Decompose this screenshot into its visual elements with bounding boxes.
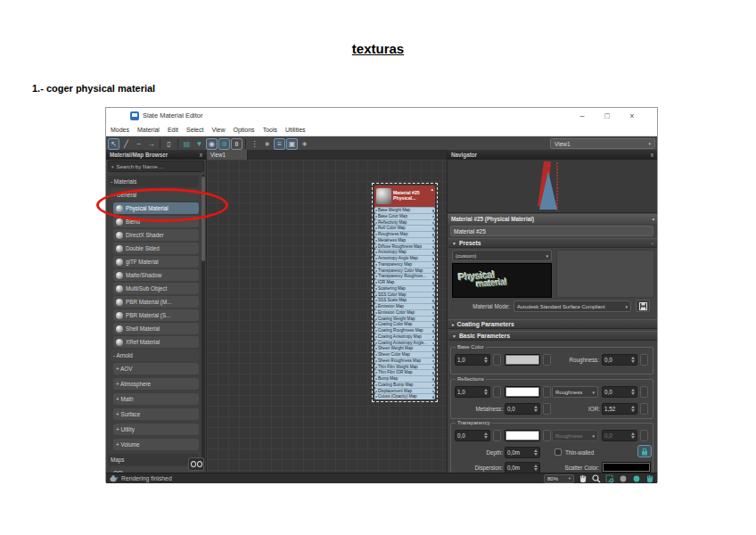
material-by-selection-icon[interactable]: ≡ <box>274 138 285 150</box>
depth-spinner[interactable]: 0,0m <box>505 447 540 458</box>
layout-all-icon[interactable]: ∗ <box>261 138 273 150</box>
node-slot[interactable]: Base Weight Map <box>374 207 435 213</box>
browser-item-matte-shadow[interactable]: Matte/Shadow <box>113 269 199 281</box>
close-button[interactable]: × <box>627 111 637 120</box>
material-preview-icon[interactable]: ▼ <box>193 138 205 150</box>
reflection-color-swatch[interactable] <box>505 386 540 398</box>
base-roughness-spinner[interactable]: 0,0 <box>602 354 637 366</box>
reflection-color-map-button[interactable] <box>543 386 551 398</box>
zoom-level-dropdown[interactable]: 80% ▾ <box>544 474 574 483</box>
view-selector-dropdown[interactable]: View1 ▾ <box>550 138 655 149</box>
find-binoculars-icon[interactable] <box>188 457 204 471</box>
node-slot[interactable]: Reflectivity Map <box>374 219 435 226</box>
rollout-basic-parameters[interactable]: ▼ Basic Parameters <box>448 331 657 341</box>
layout-vertical-icon[interactable]: ⋮ <box>249 138 260 150</box>
node-slot[interactable]: IOR Map <box>374 279 435 285</box>
zoom-region-tool-icon[interactable] <box>604 473 614 483</box>
node-slot[interactable]: Metalness Map <box>374 237 435 243</box>
node-slot[interactable]: Thin Film Weight Map <box>374 364 435 370</box>
browser-item-volume[interactable]: + Volume <box>113 439 199 450</box>
show-shaded-material-icon[interactable]: ◉ <box>206 138 218 150</box>
browser-close-icon[interactable]: x <box>200 152 202 158</box>
connect-nodes-icon[interactable]: → <box>145 138 157 150</box>
browser-item-multi-sub-object[interactable]: Multi/Sub Object <box>113 283 199 294</box>
transparency-color-map-button[interactable] <box>543 430 551 441</box>
transparency-roughness-map-button[interactable] <box>640 430 648 441</box>
node-slot[interactable]: Sheen Roughness Map <box>374 358 435 364</box>
transparency-weight-map-button[interactable] <box>493 430 501 441</box>
browser-item-utility[interactable]: + Utility <box>113 424 199 435</box>
browser-item-pbr-material-s[interactable]: PBR Material (S... <box>113 309 199 321</box>
node-slot[interactable]: Cutout (Opacity) Map <box>374 393 435 399</box>
browser-item-atmosphere[interactable]: + Atmosphere <box>113 378 199 390</box>
material-mode-dropdown[interactable]: Autodesk Standard Surface Compliant ▾ <box>514 300 631 312</box>
menu-options[interactable]: Options <box>234 127 255 133</box>
node-slot[interactable]: Sheen Weight Map <box>374 345 435 351</box>
node-slot[interactable]: Coating Roughness Map <box>374 327 435 333</box>
node-slot[interactable]: Coating Color Map <box>374 321 435 327</box>
extra-tool-icon[interactable]: ∗ <box>299 138 310 150</box>
pan-tool-icon[interactable] <box>578 473 588 483</box>
search-input[interactable]: ▾ Search by Name ... <box>108 160 204 172</box>
save-preset-button[interactable] <box>636 300 650 312</box>
tab-view1[interactable]: View1 <box>207 150 248 160</box>
material-parameters-header[interactable]: Material #25 (Physical Material) ▪ <box>448 214 657 224</box>
thin-walled-checkbox[interactable] <box>555 449 562 456</box>
browser-item-surface[interactable]: + Surface <box>113 408 199 420</box>
browser-item-pbr-material-m[interactable]: PBR Material (M... <box>113 296 199 308</box>
metalness-spinner[interactable]: 0,0 <box>505 403 540 415</box>
show-maps-icon[interactable]: 0 <box>231 138 242 150</box>
reflection-roughness-map-button[interactable] <box>640 386 648 398</box>
rollout-coating-parameters[interactable]: ▸ Coating Parameters <box>448 319 657 329</box>
node-slot[interactable]: SSS Color Map <box>374 292 435 298</box>
node-slot[interactable]: SSS Scale Map <box>374 297 435 303</box>
reflection-weight-spinner[interactable]: 1,0 <box>455 386 490 398</box>
node-slot[interactable]: Coating Bump Map <box>374 382 435 388</box>
browser-item-blend[interactable]: Blend <box>113 216 199 227</box>
rollout-presets[interactable]: ▼ Presets ▪ <box>448 238 657 248</box>
browser-group-general[interactable]: - General <box>111 189 199 201</box>
ior-map-button[interactable] <box>640 403 648 415</box>
material-name-field[interactable]: Material #25 <box>450 226 653 236</box>
node-slot[interactable]: Coating Weight Map <box>374 316 435 322</box>
menu-view[interactable]: View <box>211 127 225 133</box>
pan-to-selected-icon[interactable] <box>645 473 654 483</box>
show-background-icon[interactable]: ⊛ <box>218 138 230 150</box>
browser-item-aov[interactable]: + AOV <box>113 363 199 374</box>
zoom-extents-selected-icon[interactable] <box>631 473 641 483</box>
reflection-roughness-mode-dropdown[interactable]: Roughness▾ <box>552 386 598 398</box>
reflection-roughness-spinner[interactable]: 0,0 <box>602 386 637 398</box>
ior-spinner[interactable]: 1,52 <box>602 403 637 415</box>
node-slot[interactable]: Bump Map <box>374 375 435 382</box>
node-slot[interactable]: Emission Color Map <box>374 309 435 316</box>
menu-material[interactable]: Material <box>137 127 160 133</box>
transparency-color-swatch[interactable] <box>505 430 540 441</box>
menu-utilities[interactable]: Utilities <box>285 127 306 133</box>
browser-item-double-sided[interactable]: Double Sided <box>113 243 199 254</box>
browser-item-shell-material[interactable]: Shell Material <box>113 323 199 334</box>
node-slot[interactable]: Thin Film IOR Map <box>374 369 435 375</box>
base-color-swatch[interactable] <box>505 354 540 366</box>
thin-walled-lock-button[interactable] <box>637 445 652 457</box>
browser-group-materials[interactable]: - Materials <box>108 176 199 187</box>
transparency-weight-spinner[interactable]: 0,0 <box>455 430 490 441</box>
node-slot[interactable]: Scattering Map <box>374 285 435 292</box>
node-slot[interactable]: Base Color Map <box>374 213 435 219</box>
maximize-button[interactable]: □ <box>602 111 612 120</box>
menu-tools[interactable]: Tools <box>263 127 277 133</box>
window-titlebar[interactable]: Slate Material Editor – □ × <box>106 108 657 123</box>
browser-scrollbar[interactable] <box>201 175 205 469</box>
preset-dropdown[interactable]: (custom) ▾ <box>452 250 552 261</box>
hide-unused-slots-icon[interactable]: ▣ <box>286 138 298 150</box>
zoom-extents-icon[interactable] <box>618 473 628 483</box>
material-node-header[interactable]: Material #25 Physical... ▴ <box>374 185 435 207</box>
node-view-canvas[interactable]: Material #25 Physical... ▴ Base Weight M… <box>207 160 447 473</box>
base-roughness-map-button[interactable] <box>640 354 648 366</box>
node-collapse-icon[interactable]: ▴ <box>431 186 433 192</box>
node-slot[interactable]: Transparency Map <box>374 261 435 268</box>
browser-group-arnold[interactable]: - Arnold <box>111 350 199 361</box>
menu-edit[interactable]: Edit <box>168 127 178 133</box>
node-slot[interactable]: Coating Anisotropy Map <box>374 333 435 340</box>
move-children-icon[interactable]: ▤ <box>181 138 193 150</box>
node-slot[interactable]: Emission Map <box>374 303 435 309</box>
